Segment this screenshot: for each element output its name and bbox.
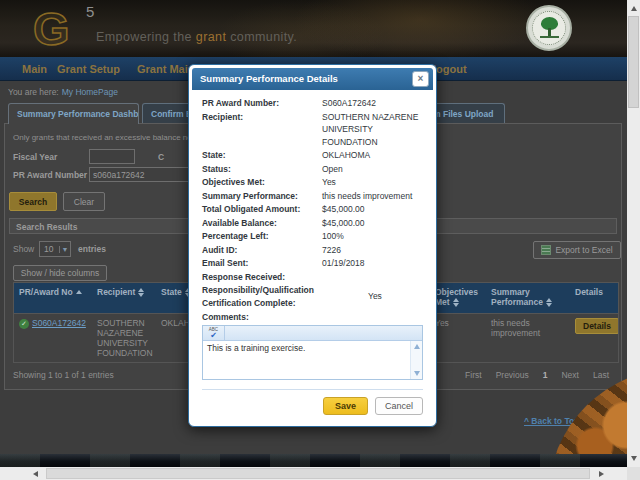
g5-logo: G (33, 0, 70, 57)
arrow-down-icon (631, 456, 637, 461)
field-value: this needs improvement (322, 190, 423, 203)
save-button[interactable]: Save (323, 397, 368, 415)
vertical-scrollbar[interactable] (627, 0, 640, 467)
g5-logo-superscript: 5 (86, 3, 94, 20)
field-value: 100% (322, 230, 423, 243)
editor-toolbar: ABC ✔ (203, 326, 422, 341)
nav-item-logout[interactable]: logout (433, 57, 467, 81)
column-header-recipient[interactable]: Recipient (92, 283, 156, 313)
field-value: S060A172642 (322, 97, 423, 110)
field-label: Status: (202, 163, 322, 176)
breadcrumb: You are here:My HomePage (8, 87, 118, 97)
status-check-icon: ✓ (19, 319, 29, 329)
pagination-next[interactable]: Next (561, 370, 578, 380)
arrow-left-icon (33, 471, 38, 477)
sort-both-icon (453, 298, 459, 307)
field-value: Open (322, 163, 423, 176)
spellcheck-icon[interactable]: ABC ✔ (203, 326, 225, 340)
modal-title-bar[interactable]: Summary Performance Details × (192, 68, 433, 90)
field-label: Response Received: (202, 271, 322, 284)
recipient-cell: SOUTHERN NAZARENE UNIVERSITY FOUNDATION (92, 314, 156, 362)
show-label: Show (13, 244, 34, 254)
field-value: 7226 (322, 244, 423, 257)
modal-title: Summary Performance Details (200, 73, 338, 84)
arrow-right-icon (599, 471, 604, 477)
tab-summary-performance-dashboard[interactable]: Summary Performance Dashboard (8, 103, 139, 124)
modal-divider (202, 389, 423, 390)
pagination-previous[interactable]: Previous (496, 370, 529, 380)
field-value (322, 271, 423, 284)
breadcrumb-prefix: You are here: (8, 87, 59, 97)
nav-item-main[interactable]: Main (22, 57, 47, 81)
field-value: 01/19/2018 (322, 257, 423, 270)
pagination: First Previous 1 Next Last (465, 370, 609, 380)
modal-footer: Save Cancel (202, 397, 423, 415)
close-icon[interactable]: × (412, 71, 429, 87)
field-label: Total Obligated Amount: (202, 203, 322, 216)
pr-award-number-input[interactable] (89, 167, 189, 182)
sort-both-icon (546, 298, 552, 307)
scroll-down-button[interactable] (627, 452, 640, 464)
scroll-right-button[interactable] (594, 467, 608, 480)
fiscal-year-label: Fiscal Year (13, 152, 57, 162)
tagline: Empowering the grant community. (96, 30, 297, 44)
field-label: Objectives Met: (202, 176, 322, 189)
summary-performance-cell: this needs improvement (486, 314, 570, 362)
header-banner: G 5 Empowering the grant community. (0, 0, 640, 57)
field-label: Recipient: (202, 111, 322, 149)
breadcrumb-homepage-link[interactable]: My HomePage (62, 87, 118, 97)
nav-item-grant-setup[interactable]: Grant Setup (57, 57, 120, 81)
comments-label: Comments: (202, 311, 423, 324)
vertical-scroll-thumb[interactable] (628, 16, 639, 108)
editor-scroll-up-icon[interactable] (414, 344, 420, 349)
dept-of-education-seal-icon (526, 5, 572, 51)
sort-asc-icon (76, 290, 82, 295)
partial-form-label: C (158, 152, 164, 162)
column-header-pr-award-no[interactable]: PR/Award No (14, 283, 92, 313)
pagination-page-1[interactable]: 1 (543, 370, 548, 380)
field-value: Yes (352, 290, 423, 303)
field-label: Audit ID: (202, 244, 322, 257)
footer-image-strip (0, 454, 627, 467)
field-label: PR Award Number: (202, 97, 322, 110)
column-header-summary-performance[interactable]: Summary Performance (486, 283, 570, 313)
field-value: $45,000.00 (322, 203, 423, 216)
entries-summary: Showing 1 to 1 of 1 entries (13, 370, 114, 380)
field-label: Summary Performance: (202, 190, 322, 203)
column-header-objectives-met[interactable]: Objectives Met (430, 283, 486, 313)
field-value: Yes (322, 176, 423, 189)
clear-button[interactable]: Clear (63, 192, 105, 211)
pagination-last[interactable]: Last (593, 370, 609, 380)
export-to-excel-button[interactable]: Export to Excel (533, 241, 621, 259)
pr-award-number-label: PR Award Number (13, 170, 87, 180)
field-label: State: (202, 149, 322, 162)
field-label: Percentage Left: (202, 230, 322, 243)
show-hide-columns-button[interactable]: Show / hide columns (13, 265, 107, 281)
column-header-details: Details (570, 283, 618, 313)
g5-application-window: G 5 Empowering the grant community. Main… (0, 0, 640, 480)
field-label: Email Sent: (202, 257, 322, 270)
field-label: Responsibility/Qualification Certificati… (202, 284, 352, 309)
search-button[interactable]: Search (9, 192, 57, 211)
sort-both-icon (138, 288, 144, 297)
modal-body: PR Award Number:S060A172642 Recipient:SO… (192, 90, 433, 423)
scroll-left-button[interactable] (28, 467, 42, 480)
details-button[interactable]: Details (575, 318, 618, 334)
field-label: Available Balance: (202, 217, 322, 230)
fiscal-year-input[interactable] (89, 149, 135, 164)
select-caret-icon: ▼ (59, 246, 70, 253)
page-size-select[interactable]: 10 ▼ (39, 241, 71, 257)
field-value: $45,000.00 (322, 217, 423, 230)
horizontal-scrollbar[interactable] (0, 467, 627, 480)
entries-label: entries (78, 244, 106, 254)
horizontal-scroll-thumb[interactable] (46, 468, 590, 479)
award-number-link[interactable]: S060A172642 (32, 318, 86, 328)
comments-textarea[interactable]: This is a training exercise. (203, 341, 410, 379)
editor-scroll-down-icon[interactable] (414, 371, 420, 376)
scroll-up-button[interactable] (627, 2, 640, 14)
editor-scrollbar[interactable] (410, 341, 422, 379)
field-value: SOUTHERN NAZARENE UNIVERSITY FOUNDATION (322, 111, 423, 149)
comments-editor: ABC ✔ This is a training exercise. (202, 325, 423, 380)
cancel-button[interactable]: Cancel (375, 397, 423, 415)
pagination-first[interactable]: First (465, 370, 482, 380)
